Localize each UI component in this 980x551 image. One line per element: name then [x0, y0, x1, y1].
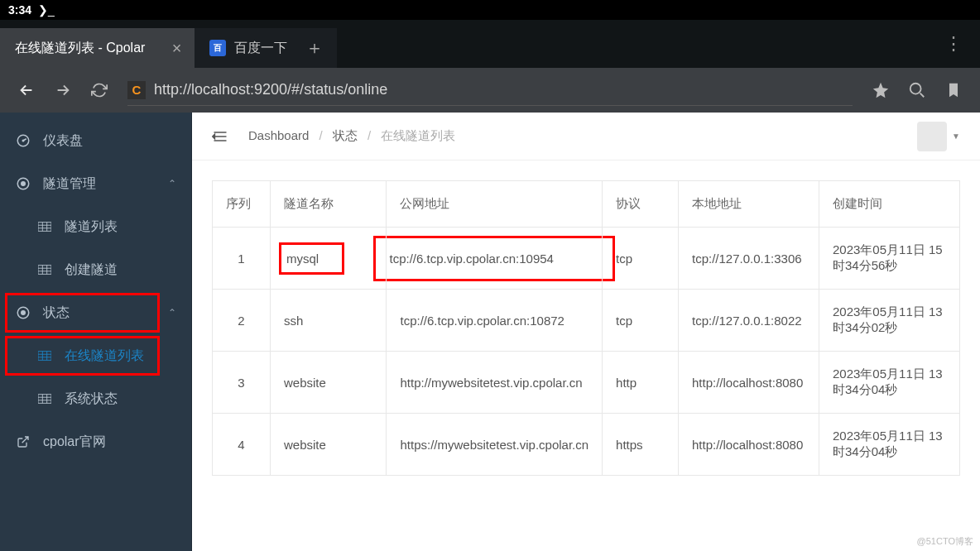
search-icon[interactable] — [899, 72, 935, 108]
sidebar-item-cpolar官网[interactable]: cpolar官网 — [0, 420, 191, 463]
table-row: 2sshtcp://6.tcp.vip.cpolar.cn:10872tcptc… — [213, 290, 960, 352]
svg-rect-6 — [38, 266, 51, 275]
cell-local-addr: http://localhost:8080 — [679, 352, 819, 414]
forward-button[interactable] — [45, 72, 81, 108]
cell-index: 2 — [213, 290, 271, 352]
col-header: 公网地址 — [387, 181, 603, 228]
table-row: 3websitehttp://mywebsitetest.vip.cpolar.… — [213, 352, 960, 414]
sidebar-item-label: 状态 — [43, 304, 70, 322]
tab-title: 百度一下 — [234, 40, 287, 57]
svg-point-0 — [910, 84, 921, 94]
breadcrumb: Dashboard / 状态 / 在线隧道列表 — [248, 128, 455, 144]
terminal-icon: ❯_ — [38, 3, 55, 17]
site-favicon: C — [127, 81, 146, 99]
col-header: 序列 — [213, 181, 271, 228]
chevron-up-icon: ⌃ — [168, 178, 176, 189]
tab-title: 在线隧道列表 - Cpolar — [15, 40, 145, 57]
cell-protocol: tcp — [603, 228, 679, 290]
browser-tab-active[interactable]: 在线隧道列表 - Cpolar × — [0, 28, 195, 68]
external-icon — [15, 435, 31, 448]
tunnel-table: 序列隧道名称公网地址协议本地地址创建时间 1mysqltcp://6.tcp.v… — [212, 180, 960, 476]
grid-icon — [36, 265, 53, 275]
new-tab-icon[interactable]: ＋ — [305, 36, 324, 60]
url-text: http://localhost:9200/#/status/online — [154, 81, 387, 98]
bookmark-icon[interactable] — [935, 72, 972, 108]
sidebar-item-系统状态[interactable]: 系统状态 — [0, 377, 191, 420]
target-icon — [15, 305, 31, 320]
chevron-up-icon: ⌃ — [168, 307, 176, 319]
android-status-bar: 3:34 ❯_ — [0, 0, 980, 20]
col-header: 本地地址 — [679, 181, 819, 228]
cell-created: 2023年05月11日 13时34分02秒 — [819, 290, 960, 352]
sidebar-item-label: 创建隧道 — [65, 261, 118, 279]
chevron-down-icon[interactable]: ▼ — [952, 132, 960, 141]
cell-name: mysql — [271, 228, 387, 290]
sidebar-item-隧道管理[interactable]: 隧道管理⌃ — [0, 162, 191, 205]
reload-button[interactable] — [81, 72, 118, 108]
breadcrumb-mid[interactable]: 状态 — [333, 128, 358, 142]
close-icon[interactable]: × — [172, 39, 182, 58]
col-header: 创建时间 — [819, 181, 960, 228]
main-panel: Dashboard / 状态 / 在线隧道列表 ▼ 序列隧道名称公网地址协议本地… — [192, 113, 980, 551]
cell-created: 2023年05月11日 13时34分04秒 — [819, 414, 960, 476]
sidebar-item-状态[interactable]: 状态⌃ — [0, 291, 191, 334]
collapse-sidebar-icon[interactable] — [212, 130, 228, 143]
sidebar-item-label: 隧道管理 — [43, 175, 96, 193]
kebab-menu-icon[interactable]: ⋮ — [944, 33, 963, 55]
cell-public-addr: tcp://6.tcp.vip.cpolar.cn:10872 — [387, 290, 603, 352]
cell-local-addr: tcp://127.0.0.1:8022 — [679, 290, 819, 352]
sidebar: 仪表盘隧道管理⌃隧道列表创建隧道状态⌃在线隧道列表系统状态cpolar官网 — [0, 113, 192, 551]
cell-public-addr: https://mywebsitetest.vip.cpolar.cn — [387, 414, 603, 476]
cell-index: 1 — [213, 228, 271, 290]
browser-tab-inactive[interactable]: 百 百度一下 ＋ — [195, 28, 337, 68]
grid-icon — [36, 394, 53, 404]
svg-point-4 — [22, 182, 26, 186]
table-row: 1mysqltcp://6.tcp.vip.cpolar.cn:10954tcp… — [213, 228, 960, 290]
watermark: @51CTO博客 — [917, 535, 973, 548]
cell-created: 2023年05月11日 15时34分56秒 — [819, 228, 960, 290]
baidu-favicon: 百 — [209, 40, 226, 56]
cell-protocol: https — [603, 414, 679, 476]
main-header: Dashboard / 状态 / 在线隧道列表 ▼ — [192, 113, 980, 161]
sidebar-item-label: cpolar官网 — [43, 434, 106, 451]
col-header: 协议 — [603, 181, 679, 228]
sidebar-item-label: 隧道列表 — [65, 218, 118, 236]
sidebar-item-仪表盘[interactable]: 仪表盘 — [0, 119, 191, 162]
star-icon[interactable] — [862, 72, 899, 108]
dashboard-icon — [15, 133, 31, 148]
breadcrumb-leaf: 在线隧道列表 — [381, 128, 455, 142]
cell-public-addr: tcp://6.tcp.vip.cpolar.cn:10954 — [387, 228, 603, 290]
cell-local-addr: http://localhost:8080 — [679, 414, 819, 476]
cell-index: 3 — [213, 352, 271, 414]
cell-protocol: tcp — [603, 290, 679, 352]
svg-rect-9 — [38, 352, 51, 361]
svg-rect-10 — [38, 395, 51, 404]
browser-tab-strip: 在线隧道列表 - Cpolar × 百 百度一下 ＋ ⋮ — [0, 20, 980, 68]
cell-local-addr: tcp://127.0.0.1:3306 — [679, 228, 819, 290]
target-icon — [15, 176, 31, 191]
sidebar-item-label: 在线隧道列表 — [65, 347, 144, 365]
grid-icon — [36, 222, 53, 232]
sidebar-item-在线隧道列表[interactable]: 在线隧道列表 — [0, 334, 191, 377]
app-body: 仪表盘隧道管理⌃隧道列表创建隧道状态⌃在线隧道列表系统状态cpolar官网 Da… — [0, 113, 980, 551]
sidebar-item-创建隧道[interactable]: 创建隧道 — [0, 248, 191, 291]
col-header: 隧道名称 — [271, 181, 387, 228]
cell-name: ssh — [271, 290, 387, 352]
sidebar-item-label: 系统状态 — [65, 390, 118, 408]
cell-name: website — [271, 414, 387, 476]
cell-index: 4 — [213, 414, 271, 476]
browser-nav-bar: C http://localhost:9200/#/status/online — [0, 68, 980, 113]
content: 序列隧道名称公网地址协议本地地址创建时间 1mysqltcp://6.tcp.v… — [192, 161, 980, 496]
grid-icon — [36, 351, 53, 361]
svg-point-2 — [22, 140, 25, 142]
svg-rect-5 — [38, 223, 51, 232]
sidebar-item-隧道列表[interactable]: 隧道列表 — [0, 205, 191, 248]
back-button[interactable] — [8, 72, 45, 108]
status-time: 3:34 — [8, 3, 31, 17]
svg-point-8 — [22, 311, 26, 315]
breadcrumb-root[interactable]: Dashboard — [248, 128, 309, 142]
cell-public-addr: http://mywebsitetest.vip.cpolar.cn — [387, 352, 603, 414]
url-bar[interactable]: C http://localhost:9200/#/status/online — [127, 74, 853, 106]
cell-protocol: http — [603, 352, 679, 414]
avatar[interactable] — [917, 122, 947, 151]
